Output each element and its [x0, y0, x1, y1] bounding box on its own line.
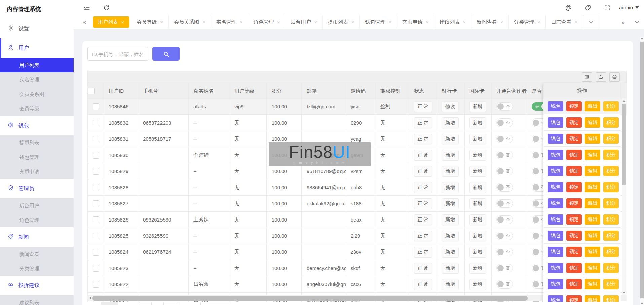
close-icon[interactable]: × [500, 20, 503, 25]
page-scroll-thumb[interactable] [640, 42, 644, 298]
action-button-钱包[interactable]: 钱包 [548, 166, 563, 176]
select-all-checkbox[interactable] [88, 88, 95, 94]
toggle-off[interactable]: 否 [496, 215, 513, 224]
action-button-锁定[interactable]: 锁定 [566, 150, 582, 160]
row-checkbox[interactable] [93, 200, 99, 207]
sidebar-item-钱包管理[interactable]: 钱包管理 [0, 150, 74, 164]
sidebar-group-2[interactable]: 钱包 [0, 116, 74, 135]
vertical-scroll-thumb[interactable] [622, 104, 626, 185]
action-button-钱包[interactable]: 钱包 [548, 214, 563, 225]
action-button-编辑[interactable]: 编辑 [585, 182, 600, 192]
row-checkbox[interactable] [93, 281, 99, 288]
action-button-锁定[interactable]: 锁定 [566, 295, 582, 302]
close-icon[interactable]: × [121, 20, 124, 25]
action-button-积分[interactable]: 积分 [603, 247, 619, 257]
action-button-编辑[interactable]: 编辑 [585, 134, 600, 144]
pagination-button[interactable] [139, 302, 152, 305]
scroll-up-icon[interactable] [623, 100, 625, 102]
sidebar-group-4[interactable]: 新闻 [0, 227, 74, 247]
toggle-off[interactable]: 否 [496, 280, 513, 289]
row-checkbox[interactable] [93, 168, 99, 175]
badge-新增[interactable]: 新增 [442, 247, 459, 258]
close-icon[interactable]: × [352, 20, 354, 25]
sidebar-item-提币列表[interactable]: 提币列表 [0, 135, 74, 150]
action-button-钱包[interactable]: 钱包 [548, 198, 563, 208]
sidebar-item-用户列表[interactable]: 用户列表 [0, 58, 74, 72]
sidebar-item-会员等级[interactable]: 会员等级 [0, 101, 74, 116]
action-button-积分[interactable]: 积分 [603, 117, 619, 128]
tab-会员等级[interactable]: 会员等级× [132, 15, 169, 29]
fullscreen-icon[interactable] [603, 4, 611, 11]
refresh-icon[interactable] [103, 4, 110, 11]
badge-正常[interactable]: 正常 [414, 101, 432, 112]
action-button-锁定[interactable]: 锁定 [566, 231, 582, 241]
sidebar-item-后台用户[interactable]: 后台用户 [0, 198, 74, 213]
sidebar-item-新闻查看[interactable]: 新闻查看 [0, 247, 74, 261]
export-icon[interactable] [596, 72, 606, 82]
page-scrollbar[interactable] [640, 37, 644, 305]
row-checkbox[interactable] [93, 233, 99, 239]
badge-新增[interactable]: 新增 [442, 231, 459, 241]
row-checkbox[interactable] [93, 216, 99, 223]
toggle-off[interactable]: 否 [496, 199, 513, 208]
badge-修改[interactable]: 修改 [442, 101, 459, 112]
action-button-积分[interactable]: 积分 [603, 134, 619, 144]
row-checkbox[interactable] [93, 249, 99, 256]
toggle-off[interactable]: 否 [496, 248, 513, 256]
badge-新增[interactable]: 新增 [469, 150, 486, 161]
close-icon[interactable]: × [538, 20, 540, 25]
action-button-锁定[interactable]: 锁定 [566, 166, 582, 176]
badge-新增[interactable]: 新增 [442, 150, 459, 161]
action-button-积分[interactable]: 积分 [603, 279, 619, 289]
action-button-编辑[interactable]: 编辑 [585, 198, 600, 208]
tab-充币申请[interactable]: 充币申请× [397, 15, 434, 29]
tab-会员关系图[interactable]: 会员关系图× [169, 15, 211, 29]
tab-分类管理[interactable]: 分类管理× [509, 15, 546, 29]
pagination-button[interactable] [101, 302, 118, 305]
action-button-钱包[interactable]: 钱包 [548, 279, 563, 289]
tab-角色管理[interactable]: 角色管理× [248, 15, 285, 29]
action-button-锁定[interactable]: 锁定 [566, 134, 582, 144]
action-button-钱包[interactable]: 钱包 [548, 150, 563, 160]
badge-新增[interactable]: 新增 [469, 182, 486, 193]
toggle-off[interactable]: 否 [496, 135, 513, 143]
row-checkbox[interactable] [93, 152, 99, 159]
search-input[interactable] [87, 47, 148, 61]
action-button-钱包[interactable]: 钱包 [548, 295, 563, 302]
close-icon[interactable]: × [277, 20, 280, 25]
row-checkbox[interactable] [93, 120, 99, 126]
row-checkbox[interactable] [93, 103, 99, 110]
user-menu[interactable]: admin [619, 0, 639, 15]
action-button-锁定[interactable]: 锁定 [566, 182, 582, 192]
badge-新增[interactable]: 新增 [442, 263, 459, 274]
tab-新闻查看[interactable]: 新闻查看× [471, 15, 509, 29]
sidebar-item-充币申请[interactable]: 充币申请 [0, 164, 74, 179]
action-button-积分[interactable]: 积分 [603, 198, 619, 208]
collapse-menu-icon[interactable] [83, 4, 91, 11]
badge-新增[interactable]: 新增 [469, 231, 486, 241]
action-button-钱包[interactable]: 钱包 [548, 117, 563, 128]
scroll-left-icon[interactable] [89, 297, 91, 299]
close-icon[interactable]: × [575, 20, 577, 25]
badge-新增[interactable]: 新增 [469, 117, 486, 128]
row-checkbox[interactable] [93, 136, 99, 142]
page-scroll-up-icon[interactable] [641, 38, 643, 39]
badge-正常[interactable]: 正常 [414, 134, 432, 144]
close-icon[interactable]: × [426, 20, 429, 25]
tab-日志查看[interactable]: 日志查看× [546, 15, 583, 29]
badge-正常[interactable]: 正常 [414, 247, 432, 258]
page-scroll-down-icon[interactable] [641, 303, 643, 304]
close-icon[interactable]: × [314, 20, 317, 25]
scroll-down-icon[interactable] [623, 292, 625, 294]
toggle-off[interactable]: 否 [496, 232, 513, 240]
badge-正常[interactable]: 正常 [414, 198, 432, 209]
print-icon[interactable] [609, 72, 620, 82]
action-button-钱包[interactable]: 钱包 [548, 263, 563, 273]
badge-新增[interactable]: 新增 [442, 166, 459, 177]
toggle-off[interactable]: 否 [496, 102, 513, 111]
badge-正常[interactable]: 正常 [414, 279, 432, 290]
tag-icon[interactable] [584, 4, 592, 11]
badge-新增[interactable]: 新增 [469, 166, 486, 177]
badge-新增[interactable]: 新增 [469, 279, 486, 290]
row-checkbox[interactable] [93, 265, 99, 272]
